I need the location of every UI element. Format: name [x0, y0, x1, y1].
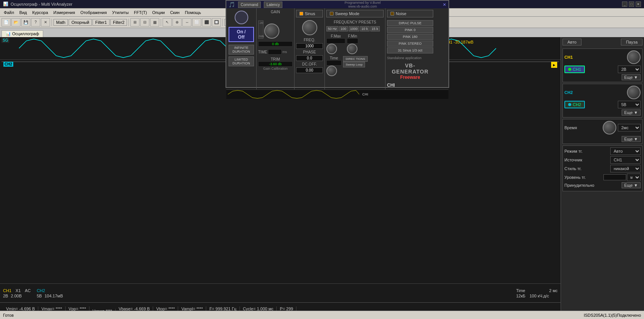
- noise-options: DIRAC PULSE PINK 0 PINK 180 PINK STEREO …: [387, 20, 433, 53]
- limited-button[interactable]: LIMITED DURATION: [229, 56, 254, 66]
- programmed-by: Programmed by V.Burel: [345, 1, 381, 5]
- freq-1000-btn[interactable]: 1000: [349, 26, 359, 31]
- ch1-volt-select[interactable]: 2В1В5В500мВ: [618, 66, 641, 73]
- menu-file[interactable]: Файл: [2, 9, 16, 16]
- fmin-knob[interactable]: [347, 44, 357, 54]
- trig-mode-select[interactable]: АвтоНормалОдиноч: [610, 147, 641, 155]
- ch1-select-button[interactable]: CH1: [564, 66, 585, 73]
- ch1-esche-button[interactable]: Еще ▼: [622, 74, 641, 80]
- menu-utilities[interactable]: Утилиты: [110, 9, 131, 16]
- trim-label: TRIM: [258, 57, 293, 61]
- close-button[interactable]: ✕: [636, 2, 641, 7]
- ch1-header: CH1: [564, 50, 641, 64]
- open-button[interactable]: 📂: [11, 18, 20, 27]
- menu-help[interactable]: Помощь: [183, 9, 204, 16]
- pink-stereo-button[interactable]: PINK STEREO: [387, 41, 433, 47]
- menu-display[interactable]: Отображения: [78, 9, 109, 16]
- fmax-input[interactable]: 15000: [326, 38, 345, 44]
- infinite-button[interactable]: INFINITE DURATION: [229, 45, 254, 55]
- help-button[interactable]: ?: [31, 18, 40, 27]
- pink180-button[interactable]: PINK 180: [387, 34, 433, 40]
- scope-view3-button[interactable]: ▦: [150, 18, 159, 27]
- filter1-button[interactable]: Filter1: [92, 19, 110, 26]
- menu-cursor[interactable]: Курсора: [30, 9, 50, 16]
- ch1-section: CH1 CH1 2В1В5В500мВ Еще ▼: [563, 48, 642, 82]
- time-knob[interactable]: [603, 121, 616, 134]
- level-unit-select[interactable]: мВВ: [627, 174, 641, 181]
- latency-tab[interactable]: Latency: [264, 2, 282, 8]
- freq-knob[interactable]: [302, 20, 317, 35]
- time-sweep-input[interactable]: 1.0s: [326, 60, 342, 66]
- gain-knob[interactable]: [264, 23, 279, 39]
- vb-gen-content: On / Off INFINITE DURATION LIMITED DURAT…: [226, 8, 448, 89]
- sweep-loop-button[interactable]: Sweep Loop: [343, 62, 365, 67]
- freq-15k-btn[interactable]: 15 k: [370, 26, 380, 31]
- fmin-label: F.Min: [347, 34, 358, 38]
- directions-button[interactable]: DIREC TIONS: [343, 56, 368, 62]
- noise-button[interactable]: Noise: [387, 10, 433, 17]
- website: www.vb-audio.com: [345, 5, 381, 8]
- menu-skin[interactable]: Скин: [168, 9, 182, 16]
- freq-50hz-btn[interactable]: 50 Hz: [326, 26, 338, 31]
- menu-measure[interactable]: Измерения: [51, 9, 77, 16]
- fmin-input[interactable]: 20: [347, 38, 358, 44]
- menu-options[interactable]: Опции: [150, 9, 167, 16]
- ch2-position-knob[interactable]: [627, 86, 641, 99]
- level-input[interactable]: - 000 035: [603, 174, 626, 180]
- ch1-position-knob[interactable]: [627, 50, 641, 64]
- on-off-button[interactable]: On / Off: [229, 27, 254, 42]
- pink0-button[interactable]: PINK 0: [387, 27, 433, 33]
- time-select[interactable]: 2мс1мс5мс: [618, 124, 641, 131]
- time-gen-input[interactable]: 50.0: [268, 49, 282, 55]
- cursor-btn2[interactable]: ⊕: [172, 18, 182, 27]
- sinus31-button[interactable]: 31 Sinus 1/3 oct: [387, 47, 433, 53]
- dirac-pulse-button[interactable]: DIRAC PULSE: [387, 20, 433, 26]
- ch2-esche-button[interactable]: Еще ▼: [622, 109, 641, 116]
- time-sweep-knob[interactable]: [326, 66, 337, 76]
- sweep-button[interactable]: Sweep Mode: [326, 10, 384, 17]
- fmax-knob[interactable]: [326, 44, 337, 54]
- sinus-button[interactable]: Sinus: [296, 10, 323, 17]
- phase-value[interactable]: 0.0: [296, 55, 323, 61]
- ch2-scope-label[interactable]: CH2: [3, 62, 13, 67]
- sample-rate-stat: 100 кЧ.д/с: [530, 294, 549, 298]
- save-button[interactable]: 💾: [21, 18, 30, 27]
- new-button[interactable]: 📄: [2, 18, 11, 27]
- time-label-row: Time 2 мс: [516, 288, 558, 293]
- dc-off-value[interactable]: 0.00: [296, 67, 323, 73]
- math-button[interactable]: Math: [53, 19, 68, 26]
- freq-gen-value[interactable]: 1000: [296, 43, 323, 49]
- cursor-btn5[interactable]: ⬛: [202, 18, 211, 27]
- freq-10k-btn[interactable]: 10 k: [360, 26, 370, 31]
- style-select[interactable]: никакойнарастаниеспадание: [610, 165, 641, 172]
- gain-bar: -20 0db: [258, 16, 293, 39]
- menu-view[interactable]: Вид: [17, 9, 29, 16]
- minimize-button[interactable]: _: [622, 2, 627, 7]
- force-esche-button[interactable]: Еще ▼: [622, 182, 641, 188]
- source-select[interactable]: CH1CH2: [610, 156, 641, 164]
- reference-button[interactable]: Опорный: [69, 19, 92, 26]
- filter2-button[interactable]: Filter2: [110, 19, 127, 26]
- scope-view-button[interactable]: ⊞: [130, 18, 139, 27]
- right-pause-button[interactable]: Пауза: [621, 39, 642, 45]
- scope-view2-button[interactable]: ⊟: [140, 18, 149, 27]
- source-row: Источник CH1CH2: [564, 156, 641, 164]
- vb-gen-close[interactable]: ✕: [443, 2, 446, 7]
- time-label-right: Время: [564, 125, 577, 130]
- time-header: Время 2мс1мс5мс: [564, 121, 641, 134]
- freq-100-btn[interactable]: 100: [339, 26, 348, 31]
- menu-fft[interactable]: FFT(T): [132, 9, 149, 16]
- time-esche-button[interactable]: Еще ▼: [622, 136, 641, 142]
- right-auto-button[interactable]: Авто: [563, 39, 581, 45]
- maximize-button[interactable]: □: [629, 2, 634, 7]
- close-tb-button[interactable]: ✕: [41, 18, 50, 27]
- cursor-btn1[interactable]: ↖: [163, 18, 172, 27]
- oscilloscope-tab[interactable]: 📊 Осциллограф: [2, 30, 43, 37]
- right-marker[interactable]: ►: [551, 62, 557, 68]
- command-tab[interactable]: Command: [238, 2, 261, 8]
- cursor-btn4[interactable]: ⬜: [192, 18, 201, 27]
- ch2-select-button[interactable]: CH2: [564, 101, 585, 108]
- cursor-btn6[interactable]: 🔲: [212, 18, 221, 27]
- ch2-volt-select[interactable]: 5В2В1В500мВ: [618, 101, 641, 108]
- cursor-btn3[interactable]: ↔: [182, 18, 191, 27]
